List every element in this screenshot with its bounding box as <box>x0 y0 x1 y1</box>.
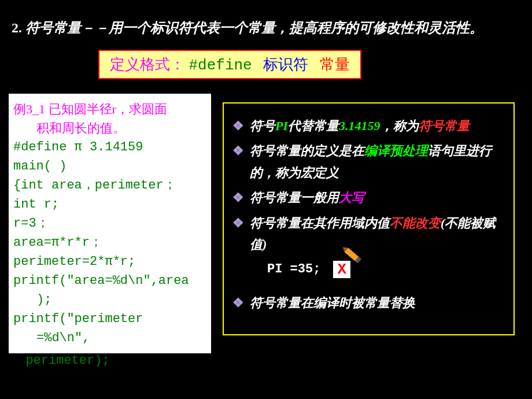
example-title-2: 积和周长的值。 <box>13 119 206 138</box>
n1f: 符号常量 <box>419 119 470 133</box>
code-line-10: perimeter); <box>25 353 109 368</box>
code-line-9b: =%d\n", <box>13 328 206 348</box>
code-line-3: {int area，perimeter； <box>13 176 206 195</box>
heading-number: 2. <box>12 20 22 35</box>
n4a: 符号常量在其作用域内值 <box>250 216 390 230</box>
note-item-3: 符号常量一般用大写 <box>232 187 505 208</box>
notes-panel: 符号PI代替常量3.14159，称为符号常量 符号常量的定义是在编译预处理语句里… <box>223 102 515 335</box>
define-label: 定义格式： <box>110 56 185 73</box>
n3b: 大写 <box>339 190 364 205</box>
code-line-9: printf("perimeter <box>13 309 206 328</box>
code-example-panel: 例3_1 已知圆半径r，求圆面 积和周长的值。 #define π 3.1415… <box>9 94 211 353</box>
n1b: PI <box>275 119 288 133</box>
slide-heading: 2. 符号常量－－用一个标识符代表一个常量，提高程序的可修改性和灵活性。 <box>0 0 532 44</box>
note-item-5: 符号常量在编译时被常量替换 <box>232 292 505 313</box>
define-constant: 常量 <box>320 56 350 73</box>
code-line-6: area=π*r*r； <box>13 233 206 252</box>
note-item-2: 符号常量的定义是在编译预处理语句里进行的，称为宏定义 <box>232 140 505 183</box>
code-line-5: r=3； <box>13 214 206 233</box>
cross-icon: X <box>338 261 347 278</box>
code-line-1: #define π 3.14159 <box>13 138 206 157</box>
define-keyword: #define <box>189 57 252 74</box>
wrong-mark-box: X <box>332 260 352 279</box>
pi-statement: PI =35; <box>267 258 320 280</box>
n2a: 符号常量的定义是在 <box>250 143 364 158</box>
heading-text: 符号常量－－用一个标识符代表一个常量，提高程序的可修改性和灵活性。 <box>25 20 483 35</box>
n1c: 代替常量 <box>288 119 339 133</box>
n1e: ，称为 <box>380 119 419 133</box>
note-item-4: 符号常量在其作用域内值不能改变(不能被赋值) <box>232 212 505 256</box>
code-line-8: printf("area=%d\n",area <box>13 271 206 290</box>
pi-assignment-line: PI =35; X <box>232 258 505 280</box>
code-line-8b: ); <box>13 290 206 309</box>
n1a: 符号 <box>250 119 275 133</box>
code-line-2: main( ) <box>13 157 206 176</box>
n5: 符号常量在编译时被常量替换 <box>250 295 415 310</box>
cut-code-line: perimeter); <box>0 353 532 368</box>
code-line-7: perimeter=2*π*r; <box>13 252 206 271</box>
define-identifier: 标识符 <box>263 56 308 73</box>
n2b: 编译预处理 <box>364 143 428 158</box>
content-columns: 例3_1 已知圆半径r，求圆面 积和周长的值。 #define π 3.1415… <box>0 94 532 353</box>
note-item-1: 符号PI代替常量3.14159，称为符号常量 <box>232 115 505 136</box>
example-title-1: 例3_1 已知圆半径r，求圆面 <box>13 99 206 119</box>
n4b: 不能改变 <box>390 216 441 230</box>
code-line-4: int r; <box>13 195 206 214</box>
define-format-box: 定义格式： #define 标识符 常量 <box>98 50 361 79</box>
n3a: 符号常量一般用 <box>250 190 339 205</box>
n1d: 3.14159 <box>339 119 380 133</box>
